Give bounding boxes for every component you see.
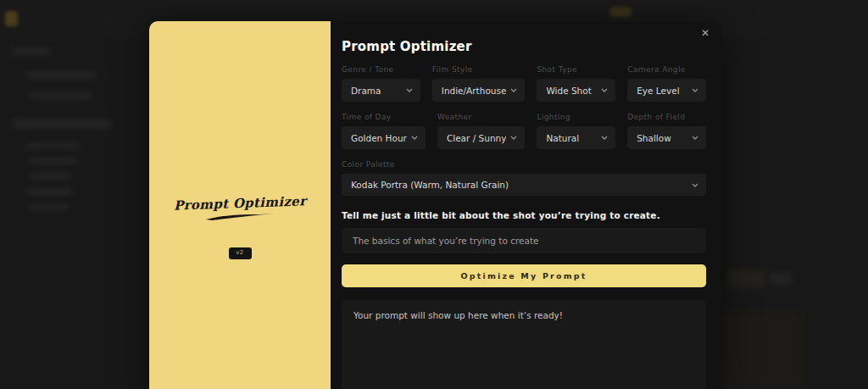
time-of-day-select[interactable]: Golden Hour: [342, 126, 426, 149]
weather-select[interactable]: Clear / Sunny: [437, 126, 526, 149]
prompt-output-area: Your prompt will show up here when it’s …: [342, 300, 706, 389]
select-value: Indie/Arthouse: [442, 86, 507, 96]
brand-underline-swoosh: [204, 213, 275, 221]
background-sidebar-item: [29, 158, 78, 164]
field-label: Film Style: [432, 65, 526, 74]
select-value: Shallow: [637, 133, 671, 143]
color-palette-select[interactable]: Kodak Portra (Warm, Natural Grain): [342, 174, 706, 196]
background-button: [727, 270, 766, 288]
background-sidebar-item: [29, 173, 73, 180]
background-sidebar-item: [29, 203, 70, 210]
chevron-down-icon: [411, 136, 418, 140]
optimize-button[interactable]: Optimize My Prompt: [342, 264, 706, 287]
chevron-down-icon: [406, 88, 413, 92]
select-value: Kodak Portra (Warm, Natural Grain): [351, 180, 509, 190]
prompt-input[interactable]: [342, 228, 706, 253]
field-color-palette: Color Palette Kodak Portra (Warm, Natura…: [342, 160, 706, 196]
field-time-of-day: Time of Day Golden Hour: [342, 113, 426, 149]
field-label: Weather: [437, 113, 526, 121]
select-value: Wide Shot: [546, 86, 591, 96]
depth-of-field-select[interactable]: Shallow: [627, 126, 706, 149]
background-sidebar-item: [25, 142, 80, 149]
field-shot-type: Shot Type Wide Shot: [537, 65, 615, 102]
field-label: Shot Type: [537, 65, 615, 74]
field-label: Color Palette: [342, 160, 706, 169]
field-label: Lighting: [537, 113, 615, 121]
background-thumbnail: [717, 312, 802, 389]
background-sidebar-item: [12, 119, 112, 129]
background-logo: [5, 11, 18, 26]
chevron-down-icon: [601, 88, 608, 92]
field-label: Genre / Tone: [342, 65, 420, 74]
prompt-question: Tell me just a little bit about the shot…: [342, 210, 706, 220]
chevron-down-icon: [692, 136, 698, 140]
field-weather: Weather Clear / Sunny: [437, 113, 526, 149]
chevron-down-icon: [510, 88, 517, 92]
field-lighting: Lighting Natural: [537, 113, 615, 149]
background-topbar-item: [610, 7, 632, 17]
prompt-optimizer-modal: Prompt Optimizer v2 ✕ Prompt Optimizer G…: [149, 21, 721, 389]
select-value: Natural: [546, 133, 579, 143]
genre-tone-select[interactable]: Drama: [342, 79, 420, 102]
modal-title: Prompt Optimizer: [342, 39, 706, 54]
film-style-select[interactable]: Indie/Arthouse: [432, 79, 526, 102]
brand-panel: Prompt Optimizer v2: [149, 21, 331, 389]
background-button: [770, 273, 792, 285]
chevron-down-icon: [692, 88, 698, 92]
close-icon[interactable]: ✕: [698, 26, 712, 40]
modal-content: ✕ Prompt Optimizer Genre / Tone Drama Fi…: [331, 21, 721, 389]
brand-title: Prompt Optimizer: [174, 193, 307, 213]
select-value: Clear / Sunny: [447, 133, 507, 143]
output-placeholder: Your prompt will show up here when it’s …: [353, 310, 563, 320]
background-sidebar-item: [25, 188, 73, 195]
select-value: Drama: [351, 86, 381, 96]
background-sidebar-item: [25, 71, 97, 79]
field-genre-tone: Genre / Tone Drama: [342, 65, 420, 102]
field-film-style: Film Style Indie/Arthouse: [432, 65, 526, 102]
version-badge: v2: [229, 247, 252, 259]
field-camera-angle: Camera Angle Eye Level: [627, 65, 706, 102]
background-sidebar-item: [29, 92, 92, 99]
camera-angle-select[interactable]: Eye Level: [627, 79, 706, 102]
field-label: Time of Day: [342, 113, 426, 121]
chevron-down-icon: [601, 136, 608, 140]
shot-type-select[interactable]: Wide Shot: [537, 79, 615, 102]
field-label: Camera Angle: [627, 65, 706, 74]
field-row-1: Genre / Tone Drama Film Style Indie/Arth…: [342, 65, 706, 102]
chevron-down-icon: [692, 183, 698, 187]
field-row-2: Time of Day Golden Hour Weather Clear / …: [342, 113, 706, 149]
select-value: Golden Hour: [351, 133, 407, 143]
select-value: Eye Level: [637, 86, 679, 96]
background-sidebar-item: [12, 47, 51, 55]
chevron-down-icon: [510, 136, 517, 140]
field-depth-of-field: Depth of Field Shallow: [627, 113, 706, 149]
field-label: Depth of Field: [627, 113, 706, 121]
lighting-select[interactable]: Natural: [537, 126, 615, 149]
